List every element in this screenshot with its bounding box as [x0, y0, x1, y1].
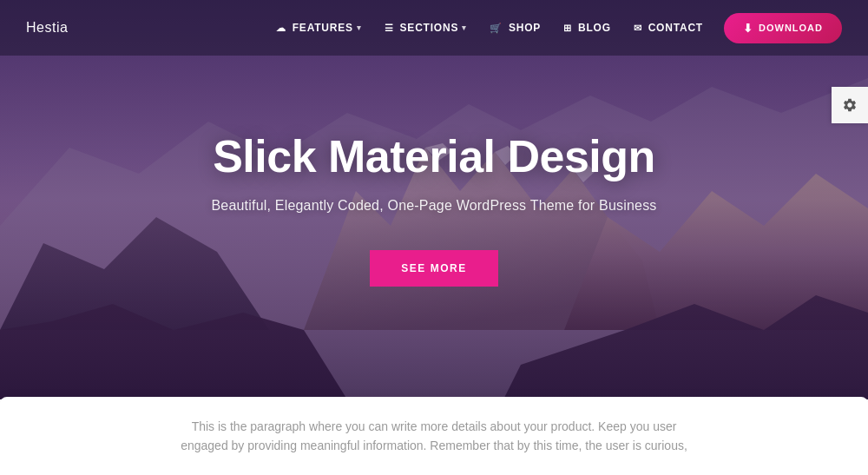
nav-contact[interactable]: ✉ CONTACT [625, 15, 712, 41]
features-icon: ☁ [276, 23, 286, 34]
gear-icon [842, 97, 858, 113]
download-icon: ⬇ [743, 22, 753, 35]
nav-sections[interactable]: ☰ SECTIONS ▾ [376, 15, 476, 41]
bottom-section: This is the paragraph where you can writ… [0, 397, 868, 475]
nav-menu: ☁ FEATURES ▾ ☰ SECTIONS ▾ 🛒 SHOP ⊞ BLOG … [267, 13, 842, 43]
nav-features[interactable]: ☁ FEATURES ▾ [267, 15, 371, 41]
navbar: Hestia ☁ FEATURES ▾ ☰ SECTIONS ▾ 🛒 SHOP … [0, 0, 868, 56]
sections-icon: ☰ [385, 23, 394, 34]
bottom-description: This is the paragraph where you can writ… [174, 417, 694, 456]
settings-button[interactable] [832, 87, 868, 123]
hero-title: Slick Material Design [211, 130, 656, 182]
see-more-button[interactable]: SEE MORE [370, 250, 497, 287]
hero-content: Slick Material Design Beautiful, Elegant… [176, 130, 691, 287]
nav-shop[interactable]: 🛒 SHOP [481, 15, 549, 41]
hero-subtitle: Beautiful, Elegantly Coded, One-Page Wor… [211, 198, 656, 214]
shop-icon: 🛒 [490, 23, 503, 34]
sections-arrow: ▾ [462, 23, 467, 32]
features-arrow: ▾ [357, 23, 362, 32]
nav-blog[interactable]: ⊞ BLOG [555, 15, 620, 41]
blog-icon: ⊞ [563, 23, 572, 34]
brand-name[interactable]: Hestia [26, 20, 68, 36]
download-button[interactable]: ⬇ DOWNLOAD [724, 13, 842, 43]
hero-section: Slick Material Design Beautiful, Elegant… [0, 0, 868, 399]
contact-icon: ✉ [634, 23, 642, 34]
